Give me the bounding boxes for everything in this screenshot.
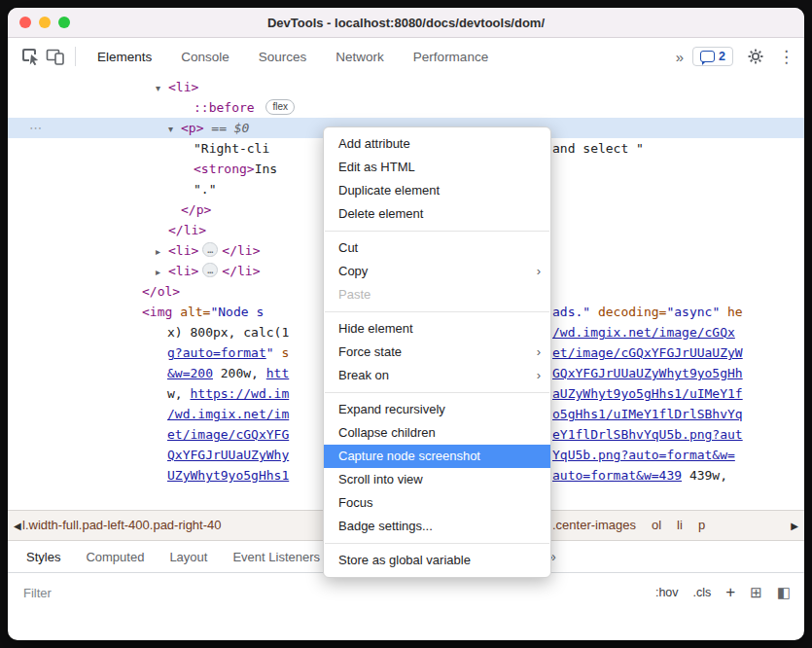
settings-gear-icon[interactable] [743, 45, 768, 68]
menu-item-collapse-children[interactable]: Collapse children [324, 421, 550, 445]
menu-item-edit-as-html[interactable]: Edit as HTML [324, 156, 550, 179]
menu-item-add-attribute[interactable]: Add attribute [324, 132, 550, 156]
menu-item-cut[interactable]: Cut [324, 236, 550, 260]
kebab-menu-icon[interactable]: ⋮ [778, 49, 794, 65]
attribute-url-link[interactable]: et/image/cGQxYFG [167, 427, 289, 442]
menu-item-label: Capture node screenshot [338, 445, 541, 468]
menu-item-force-state[interactable]: Force state› [324, 341, 550, 364]
dom-tree-row[interactable]: ▾<li> [8, 77, 804, 97]
attribute-url-link[interactable]: &w=200 [167, 366, 213, 380]
zoom-window-button[interactable] [58, 17, 70, 28]
flex-badge[interactable]: flex [265, 99, 295, 115]
attribute-url-link[interactable]: o5gHhs1/uIMeY1flDrlSBhvYq [552, 407, 743, 421]
menu-item-badge-settings[interactable]: Badge settings... [324, 515, 550, 538]
breadcrumb-item-ol[interactable]: ol [652, 511, 661, 540]
toolbar-divider [75, 47, 76, 66]
breadcrumb-item-p[interactable]: p [698, 511, 705, 540]
code-attribute-name: s [274, 345, 290, 360]
styles-filter-input[interactable] [21, 585, 655, 601]
row-overflow-dots[interactable]: ⋯ [29, 118, 42, 138]
code-tag: </ol> [142, 284, 180, 299]
menu-item-label: Delete element [338, 202, 541, 226]
menu-item-break-on[interactable]: Break on› [324, 364, 550, 387]
menu-item-label: Cut [338, 236, 541, 260]
code-right-fragment: and select " [552, 138, 644, 159]
sidebar-tab-styles[interactable]: Styles [14, 550, 73, 564]
devtools-toolbar: ElementsConsoleSourcesNetworkPerformance… [8, 38, 804, 76]
menu-item-duplicate-element[interactable]: Duplicate element [324, 179, 550, 202]
collapsed-children-pill[interactable]: … [202, 263, 218, 277]
breadcrumb-clipped-item[interactable]: l.width-full.pad-left-400.pad-right-40 [22, 511, 222, 540]
menu-item-label: Copy [338, 260, 537, 283]
menu-item-label: Force state [338, 341, 537, 364]
sidebar-tab-layout[interactable]: Layout [157, 550, 220, 564]
code-tag: <p> [181, 121, 203, 135]
more-tabs-icon[interactable]: » [676, 49, 683, 65]
attribute-url-link[interactable]: aUZyWhyt9yo5gHhs1/uIMeY1f [552, 386, 743, 401]
menu-item-label: Scroll into view [338, 468, 541, 491]
breadcrumb-back-arrow-icon[interactable]: ◀ [14, 511, 21, 540]
menu-item-hide-element[interactable]: Hide element [324, 317, 550, 341]
toolbar-right-cluster: » 2 ⋮ [676, 45, 794, 68]
collapsed-children-pill[interactable]: … [202, 242, 218, 257]
breadcrumb-item-li[interactable]: li [677, 511, 683, 540]
code-attribute-name: decoding= [590, 305, 666, 319]
expand-arrow-icon[interactable]: ▸ [156, 241, 168, 262]
breadcrumb-item-center-images[interactable]: .center-images [552, 511, 636, 540]
toggle-element-state-button[interactable]: :hov [655, 586, 679, 599]
grid-icon[interactable]: ⊞ [750, 584, 762, 601]
menu-item-copy[interactable]: Copy› [324, 260, 550, 283]
sidebar-tab-event-listeners[interactable]: Event Listeners [220, 550, 333, 564]
code-attribute-value: " [266, 345, 274, 360]
attribute-url-link[interactable]: /wd.imgix.net/image/cGQx [552, 325, 735, 340]
expand-arrow-icon[interactable]: ▸ [156, 262, 168, 282]
attribute-url-link[interactable]: g?auto=format [167, 345, 266, 360]
menu-item-focus[interactable]: Focus [324, 491, 550, 515]
attribute-url-link[interactable]: https://wd.im [190, 386, 289, 401]
element-classes-button[interactable]: .cls [693, 586, 712, 599]
code-attribute-value: "Node s [210, 305, 264, 319]
minimize-window-button[interactable] [39, 17, 51, 28]
title-bar: DevTools - localhost:8080/docs/devtools/… [8, 8, 804, 38]
menu-item-paste[interactable]: Paste [324, 283, 550, 306]
attribute-url-link[interactable]: /wd.imgix.net/im [167, 407, 289, 421]
tab-network[interactable]: Network [321, 38, 399, 75]
menu-item-delete-element[interactable]: Delete element [324, 202, 550, 226]
attribute-url-link[interactable]: GQxYFGJrUUaUZyWhyt9yo5gHh [552, 366, 743, 380]
tab-elements[interactable]: Elements [83, 38, 166, 75]
code-tag: <li> [168, 80, 198, 94]
menu-separator [325, 311, 549, 312]
breadcrumb-forward-arrow-icon[interactable]: ▶ [791, 511, 798, 540]
sidebar-tab-computed[interactable]: Computed [73, 550, 157, 564]
close-window-button[interactable] [19, 17, 31, 28]
menu-item-capture-node-screenshot[interactable]: Capture node screenshot [324, 445, 550, 468]
code-tag: <img [142, 305, 172, 319]
device-toolbar-icon[interactable] [43, 45, 68, 68]
code-text: 200w, [213, 366, 266, 380]
attribute-url-link[interactable]: auto=format&w=439 [552, 468, 682, 483]
dock-sidebar-icon[interactable]: ◧ [777, 584, 791, 601]
menu-item-label: Store as global variable [338, 549, 541, 572]
code-text: "Right-cli [194, 141, 269, 156]
attribute-url-link[interactable]: et/image/cGQxYFGJrUUaUZyW [552, 345, 743, 360]
expand-arrow-icon[interactable]: ▾ [168, 119, 181, 139]
code-text [255, 100, 263, 115]
tab-console[interactable]: Console [166, 38, 244, 75]
menu-item-expand-recursively[interactable]: Expand recursively [324, 398, 550, 421]
attribute-url-link[interactable]: QxYFGJrUUaUZyWhy [167, 448, 289, 462]
tab-performance[interactable]: Performance [399, 38, 503, 75]
menu-item-scroll-into-view[interactable]: Scroll into view [324, 468, 550, 491]
inspect-element-icon[interactable] [18, 45, 43, 68]
attribute-url-link[interactable]: UZyWhyt9yo5gHhs1 [167, 468, 289, 483]
issues-counter-button[interactable]: 2 [692, 47, 733, 66]
menu-item-store-as-global-variable[interactable]: Store as global variable [324, 549, 550, 572]
attribute-url-link[interactable]: YqU5b.png?auto=format&w= [552, 448, 735, 462]
expand-arrow-icon[interactable]: ▾ [156, 78, 168, 98]
dom-tree-row[interactable]: ::before flex [8, 97, 804, 118]
menu-separator [325, 543, 549, 544]
code-tag: <li> [168, 264, 198, 278]
tab-sources[interactable]: Sources [244, 38, 322, 75]
new-style-rule-button[interactable]: + [725, 583, 735, 602]
attribute-url-link[interactable]: htt [266, 366, 289, 380]
attribute-url-link[interactable]: eY1flDrlSBhvYqU5b.png?aut [552, 427, 743, 442]
